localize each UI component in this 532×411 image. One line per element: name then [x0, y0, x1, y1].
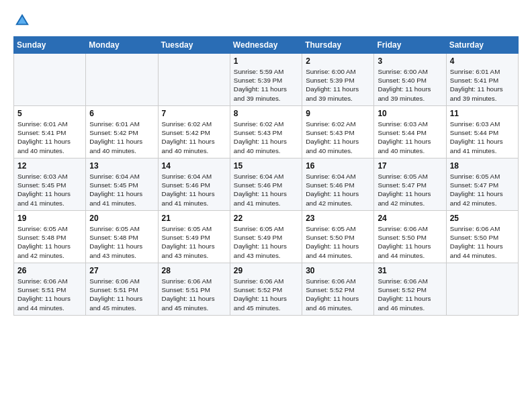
day-number: 15 — [234, 161, 298, 171]
day-number: 9 — [306, 109, 370, 118]
day-header-monday: Monday — [86, 37, 158, 54]
day-number: 14 — [162, 161, 226, 171]
calendar-cell: 9Sunrise: 6:02 AM Sunset: 5:43 PM Daylig… — [302, 106, 374, 158]
calendar-cell: 15Sunrise: 6:04 AM Sunset: 5:46 PM Dayli… — [230, 158, 302, 211]
day-info: Sunrise: 6:04 AM Sunset: 5:46 PM Dayligh… — [234, 172, 298, 208]
calendar-cell: 11Sunrise: 6:03 AM Sunset: 5:44 PM Dayli… — [446, 106, 518, 158]
day-info: Sunrise: 6:01 AM Sunset: 5:42 PM Dayligh… — [89, 120, 154, 155]
logo — [13, 12, 30, 30]
day-info: Sunrise: 6:05 AM Sunset: 5:50 PM Dayligh… — [306, 224, 370, 260]
day-number: 7 — [162, 109, 226, 118]
day-number: 24 — [378, 214, 442, 223]
logo-icon — [15, 12, 30, 27]
day-header-wednesday: Wednesday — [230, 37, 302, 54]
day-number: 31 — [378, 266, 442, 275]
day-info: Sunrise: 6:06 AM Sunset: 5:52 PM Dayligh… — [234, 277, 298, 312]
day-number: 29 — [234, 266, 298, 275]
calendar-cell: 14Sunrise: 6:04 AM Sunset: 5:46 PM Dayli… — [158, 158, 230, 211]
day-number: 26 — [17, 266, 82, 275]
calendar-cell — [14, 54, 86, 106]
day-info: Sunrise: 6:03 AM Sunset: 5:44 PM Dayligh… — [378, 120, 442, 155]
day-number: 21 — [162, 214, 226, 223]
day-number: 25 — [450, 214, 515, 223]
day-info: Sunrise: 6:06 AM Sunset: 5:51 PM Dayligh… — [162, 277, 226, 312]
day-header-saturday: Saturday — [446, 37, 518, 54]
day-info: Sunrise: 6:05 AM Sunset: 5:47 PM Dayligh… — [378, 172, 442, 208]
day-number: 2 — [306, 56, 370, 66]
day-number: 30 — [306, 266, 370, 275]
calendar-cell: 17Sunrise: 6:05 AM Sunset: 5:47 PM Dayli… — [374, 158, 446, 211]
calendar-cell — [446, 263, 518, 316]
day-number: 13 — [89, 161, 154, 171]
day-info: Sunrise: 6:04 AM Sunset: 5:45 PM Dayligh… — [89, 172, 154, 208]
day-info: Sunrise: 6:05 AM Sunset: 5:48 PM Dayligh… — [17, 224, 82, 260]
calendar-cell: 18Sunrise: 6:05 AM Sunset: 5:47 PM Dayli… — [446, 158, 518, 211]
day-info: Sunrise: 6:00 AM Sunset: 5:40 PM Dayligh… — [378, 67, 442, 103]
day-number: 11 — [450, 109, 515, 118]
day-info: Sunrise: 6:05 AM Sunset: 5:47 PM Dayligh… — [450, 172, 515, 208]
calendar-week-4: 19Sunrise: 6:05 AM Sunset: 5:48 PM Dayli… — [14, 211, 519, 263]
day-info: Sunrise: 6:02 AM Sunset: 5:43 PM Dayligh… — [306, 120, 370, 155]
day-header-friday: Friday — [374, 37, 446, 54]
day-info: Sunrise: 6:06 AM Sunset: 5:50 PM Dayligh… — [378, 224, 442, 260]
day-info: Sunrise: 6:01 AM Sunset: 5:41 PM Dayligh… — [450, 67, 515, 103]
calendar-cell: 5Sunrise: 6:01 AM Sunset: 5:41 PM Daylig… — [14, 106, 86, 158]
day-number: 1 — [234, 56, 298, 66]
day-info: Sunrise: 6:06 AM Sunset: 5:51 PM Dayligh… — [89, 277, 154, 312]
day-info: Sunrise: 6:02 AM Sunset: 5:42 PM Dayligh… — [162, 120, 226, 155]
calendar-cell: 12Sunrise: 6:03 AM Sunset: 5:45 PM Dayli… — [14, 158, 86, 211]
day-info: Sunrise: 6:03 AM Sunset: 5:44 PM Dayligh… — [450, 120, 515, 155]
calendar-cell: 6Sunrise: 6:01 AM Sunset: 5:42 PM Daylig… — [86, 106, 158, 158]
calendar-cell: 22Sunrise: 6:05 AM Sunset: 5:49 PM Dayli… — [230, 211, 302, 263]
day-number: 6 — [89, 109, 154, 118]
day-info: Sunrise: 6:06 AM Sunset: 5:51 PM Dayligh… — [17, 277, 82, 312]
day-header-sunday: Sunday — [14, 37, 86, 54]
day-number: 28 — [162, 266, 226, 275]
day-number: 10 — [378, 109, 442, 118]
day-number: 16 — [306, 161, 370, 171]
day-number: 23 — [306, 214, 370, 223]
calendar-week-5: 26Sunrise: 6:06 AM Sunset: 5:51 PM Dayli… — [14, 263, 519, 316]
calendar-cell — [86, 54, 158, 106]
day-info: Sunrise: 6:01 AM Sunset: 5:41 PM Dayligh… — [17, 120, 82, 155]
calendar-cell: 3Sunrise: 6:00 AM Sunset: 5:40 PM Daylig… — [374, 54, 446, 106]
calendar-cell: 26Sunrise: 6:06 AM Sunset: 5:51 PM Dayli… — [14, 263, 86, 316]
day-info: Sunrise: 5:59 AM Sunset: 5:39 PM Dayligh… — [234, 67, 298, 103]
page: SundayMondayTuesdayWednesdayThursdayFrid… — [0, 0, 532, 411]
calendar-cell: 20Sunrise: 6:05 AM Sunset: 5:48 PM Dayli… — [86, 211, 158, 263]
day-number: 8 — [234, 109, 298, 118]
calendar-table: SundayMondayTuesdayWednesdayThursdayFrid… — [13, 36, 519, 316]
calendar-cell: 7Sunrise: 6:02 AM Sunset: 5:42 PM Daylig… — [158, 106, 230, 158]
day-number: 17 — [378, 161, 442, 171]
calendar-week-2: 5Sunrise: 6:01 AM Sunset: 5:41 PM Daylig… — [14, 106, 519, 158]
day-info: Sunrise: 6:03 AM Sunset: 5:45 PM Dayligh… — [17, 172, 82, 208]
calendar-cell: 2Sunrise: 6:00 AM Sunset: 5:39 PM Daylig… — [302, 54, 374, 106]
day-number: 20 — [89, 214, 154, 223]
day-number: 3 — [378, 56, 442, 66]
day-info: Sunrise: 6:06 AM Sunset: 5:52 PM Dayligh… — [378, 277, 442, 312]
calendar-cell: 16Sunrise: 6:04 AM Sunset: 5:46 PM Dayli… — [302, 158, 374, 211]
calendar-cell: 13Sunrise: 6:04 AM Sunset: 5:45 PM Dayli… — [86, 158, 158, 211]
day-info: Sunrise: 6:04 AM Sunset: 5:46 PM Dayligh… — [162, 172, 226, 208]
day-number: 18 — [450, 161, 515, 171]
day-info: Sunrise: 6:04 AM Sunset: 5:46 PM Dayligh… — [306, 172, 370, 208]
calendar-cell: 21Sunrise: 6:05 AM Sunset: 5:49 PM Dayli… — [158, 211, 230, 263]
day-number: 5 — [17, 109, 82, 118]
day-number: 19 — [17, 214, 82, 223]
calendar-header-row: SundayMondayTuesdayWednesdayThursdayFrid… — [14, 37, 519, 54]
day-info: Sunrise: 6:00 AM Sunset: 5:39 PM Dayligh… — [306, 67, 370, 103]
calendar-cell: 28Sunrise: 6:06 AM Sunset: 5:51 PM Dayli… — [158, 263, 230, 316]
day-info: Sunrise: 6:06 AM Sunset: 5:50 PM Dayligh… — [450, 224, 515, 260]
day-header-thursday: Thursday — [302, 37, 374, 54]
calendar-cell: 23Sunrise: 6:05 AM Sunset: 5:50 PM Dayli… — [302, 211, 374, 263]
calendar-cell: 8Sunrise: 6:02 AM Sunset: 5:43 PM Daylig… — [230, 106, 302, 158]
calendar-cell: 10Sunrise: 6:03 AM Sunset: 5:44 PM Dayli… — [374, 106, 446, 158]
day-number: 22 — [234, 214, 298, 223]
calendar-cell: 1Sunrise: 5:59 AM Sunset: 5:39 PM Daylig… — [230, 54, 302, 106]
day-header-tuesday: Tuesday — [158, 37, 230, 54]
day-info: Sunrise: 6:06 AM Sunset: 5:52 PM Dayligh… — [306, 277, 370, 312]
day-info: Sunrise: 6:05 AM Sunset: 5:48 PM Dayligh… — [89, 224, 154, 260]
calendar-cell: 29Sunrise: 6:06 AM Sunset: 5:52 PM Dayli… — [230, 263, 302, 316]
day-info: Sunrise: 6:05 AM Sunset: 5:49 PM Dayligh… — [162, 224, 226, 260]
day-number: 12 — [17, 161, 82, 171]
